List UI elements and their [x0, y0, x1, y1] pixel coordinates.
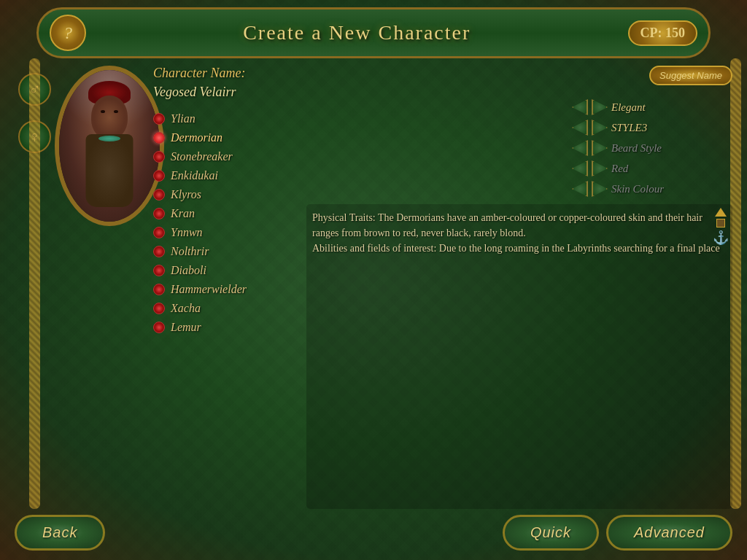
appearance-value-4: Skin Colour: [611, 183, 670, 195]
race-dot-nolthrir: [153, 246, 165, 257]
char-name-label: Character Name:: [153, 66, 299, 81]
race-item-klyros[interactable]: Klyros: [153, 187, 299, 203]
bottom-right-buttons: Quick Advanced: [503, 515, 732, 551]
race-item-kran[interactable]: Kran: [153, 206, 299, 222]
race-item-hammerwielder[interactable]: Hammerwielder: [153, 281, 299, 298]
appearance-row-0: Elegant: [572, 99, 732, 115]
description-text: Physical Traits: The Dermorians have an …: [312, 210, 727, 256]
appearance-left-arrow-3[interactable]: [572, 160, 588, 176]
appearance-left-arrow-2[interactable]: [572, 140, 588, 156]
race-label-stonebreaker: Stonebreaker: [171, 150, 233, 163]
main-content: Character Name: Vegosed Velairr YlianDer…: [153, 66, 732, 509]
race-label-ynnwn: Ynnwn: [171, 226, 203, 239]
description-box: Physical Traits: The Dermorians have an …: [306, 204, 732, 509]
char-eye-left: [101, 110, 105, 113]
cp-badge: CP: 150: [628, 20, 698, 46]
char-name-section: Character Name: Vegosed Velairr: [153, 66, 299, 100]
race-item-diaboli[interactable]: Diaboli: [153, 262, 299, 279]
race-item-ynnwn[interactable]: Ynnwn: [153, 225, 299, 241]
race-item-lemur[interactable]: Lemur: [153, 319, 299, 335]
char-necklace: [98, 136, 120, 141]
page-title: Create a New Character: [243, 21, 471, 44]
scroll-indicator: ⚓: [713, 208, 729, 246]
race-dot-xacha: [153, 303, 165, 314]
appearance-right-arrow-3[interactable]: [592, 160, 608, 176]
race-item-xacha[interactable]: Xacha: [153, 300, 299, 316]
char-head: [91, 96, 128, 139]
appearance-value-1: STYLE3: [611, 122, 670, 134]
appearance-value-0: Elegant: [611, 101, 670, 114]
race-item-stonebreaker[interactable]: Stonebreaker: [153, 149, 299, 165]
appearance-right-arrow-4[interactable]: [592, 181, 608, 197]
race-dot-enkidukai: [153, 170, 165, 182]
race-item-nolthrir[interactable]: Nolthrir: [153, 244, 299, 260]
race-label-lemur: Lemur: [171, 321, 201, 334]
race-label-ylian: Ylian: [171, 112, 196, 125]
appearance-left-arrow-4[interactable]: [572, 181, 588, 197]
race-list: YlianDermorianStonebreakerEnkidukaiKlyro…: [153, 111, 299, 335]
race-label-xacha: Xacha: [171, 302, 201, 315]
appearance-value-3: Red: [611, 163, 670, 175]
race-label-kran: Kran: [171, 207, 195, 220]
race-dot-hammerwielder: [153, 284, 165, 295]
race-label-enkidukai: Enkidukai: [171, 169, 218, 182]
help-button[interactable]: ?: [50, 15, 86, 51]
race-label-hammerwielder: Hammerwielder: [171, 283, 247, 296]
right-panel: Suggest Name Elegant STYLE3 Beard Style …: [306, 66, 732, 509]
appearance-row-3: Red: [572, 160, 732, 176]
character-figure: [59, 70, 160, 222]
char-body: [86, 134, 133, 207]
appearance-right-arrow-2[interactable]: [592, 140, 608, 156]
race-dot-klyros: [153, 189, 165, 201]
race-item-dermorian[interactable]: Dermorian: [153, 130, 299, 146]
race-item-ylian[interactable]: Ylian: [153, 111, 299, 127]
quick-button[interactable]: Quick: [503, 515, 599, 551]
suggest-name-button[interactable]: Suggest Name: [649, 66, 732, 85]
appearance-row-1: STYLE3: [572, 120, 732, 136]
race-label-diaboli: Diaboli: [171, 264, 206, 277]
race-dot-lemur: [153, 322, 165, 333]
top-bar: ? Create a New Character CP: 150: [36, 7, 711, 58]
appearance-right-arrow-1[interactable]: [592, 120, 608, 136]
race-dot-dermorian: [153, 132, 165, 144]
race-dot-diaboli: [153, 265, 165, 276]
appearance-left-arrow-1[interactable]: [572, 120, 588, 136]
race-item-enkidukai[interactable]: Enkidukai: [153, 168, 299, 184]
rope-border-left: [29, 58, 40, 509]
appearance-row-2: Beard Style: [572, 140, 732, 156]
race-list-panel: Character Name: Vegosed Velairr YlianDer…: [153, 66, 299, 509]
char-eye-right: [114, 110, 118, 113]
race-dot-ylian: [153, 113, 165, 125]
appearance-left-arrow-0[interactable]: [572, 99, 588, 115]
race-label-dermorian: Dermorian: [171, 131, 222, 144]
race-dot-stonebreaker: [153, 151, 165, 163]
appearance-value-2: Beard Style: [611, 142, 670, 155]
race-label-klyros: Klyros: [171, 188, 201, 201]
race-dot-ynnwn: [153, 227, 165, 238]
appearance-row-4: Skin Colour: [572, 181, 732, 197]
scroll-anchor-icon: ⚓: [713, 230, 729, 246]
char-name-value: Vegosed Velairr: [153, 85, 299, 100]
race-label-nolthrir: Nolthrir: [171, 245, 209, 258]
appearance-right-arrow-0[interactable]: [592, 99, 608, 115]
bottom-bar: Back Quick Advanced: [15, 513, 732, 553]
race-dot-kran: [153, 208, 165, 219]
scroll-thumb: [716, 219, 725, 228]
back-button[interactable]: Back: [15, 515, 105, 551]
advanced-button[interactable]: Advanced: [606, 515, 732, 551]
character-portrait: [55, 66, 164, 226]
scroll-up-button[interactable]: [715, 208, 727, 217]
